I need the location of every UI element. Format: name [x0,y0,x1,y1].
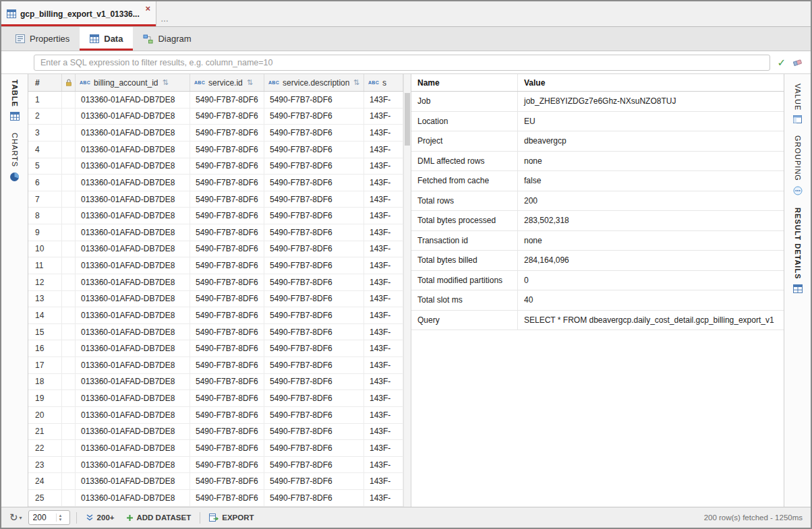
detail-row[interactable]: Jobjob_ZHE8YIZDGz7e6Ghz-NXsuNZO8TUJ [411,92,784,112]
tab-diagram[interactable]: Diagram [133,27,201,51]
grid-cell[interactable]: 5490-F7B7-8DF6 [190,457,264,473]
grid-cell[interactable]: 143F- [364,324,403,340]
grid-cell[interactable]: 5490-F7B7-8DF6 [190,324,264,340]
row-number[interactable]: 12 [28,274,62,290]
grid-cell[interactable]: 013360-01AFAD-DB7DE8 [76,92,190,108]
grid-cell[interactable]: 013360-01AFAD-DB7DE8 [76,224,190,241]
grid-cell[interactable]: 013360-01AFAD-DB7DE8 [76,473,190,489]
close-icon[interactable]: × [145,4,150,13]
grid-cell[interactable]: 5490-F7B7-8DF6 [264,241,364,257]
tab-data[interactable]: Data [80,27,133,51]
column-header-service.id[interactable]: ABCservice.id⇅ [190,74,264,91]
grid-cell[interactable]: 143F- [364,473,403,489]
apply-filter-icon[interactable]: ✓ [777,57,786,69]
row-number[interactable]: 5 [28,158,62,175]
grid-cell[interactable]: 143F- [364,457,403,473]
rail-tab-table[interactable]: TABLE [10,80,20,121]
grid-cell[interactable]: 5490-F7B7-8DF6 [264,473,364,489]
grid-cell[interactable]: 143F- [364,424,403,440]
eraser-icon[interactable] [792,58,803,67]
tab-properties[interactable]: Properties [5,27,80,51]
detail-row[interactable]: LocationEU [411,112,784,132]
row-number[interactable]: 17 [28,357,62,373]
detail-row[interactable]: Total slot ms40 [411,290,784,311]
grid-cell[interactable]: 143F- [364,340,403,356]
grid-cell[interactable]: 5490-F7B7-8DF6 [190,390,264,406]
row-number-header[interactable]: # [28,74,62,91]
grid-cell[interactable]: 5490-F7B7-8DF6 [264,142,364,158]
grid-cell[interactable]: 5490-F7B7-8DF6 [264,490,364,506]
refresh-button[interactable]: ↻ ▾ [9,511,22,524]
grid-cell[interactable]: 5490-F7B7-8DF6 [264,457,364,473]
grid-cell[interactable]: 013360-01AFAD-DB7DE8 [76,125,190,141]
row-number[interactable]: 3 [28,125,62,141]
grid-cell[interactable]: 5490-F7B7-8DF6 [264,324,364,340]
grid-cell[interactable]: 013360-01AFAD-DB7DE8 [76,424,190,440]
grid-cell[interactable]: 5490-F7B7-8DF6 [190,291,264,307]
grid-cell[interactable]: 013360-01AFAD-DB7DE8 [76,324,190,340]
grid-cell[interactable]: 5490-F7B7-8DF6 [190,158,264,175]
detail-row[interactable]: Fetched from cachefalse [411,171,784,191]
grid-cell[interactable]: 5490-F7B7-8DF6 [190,92,264,108]
grid-cell[interactable]: 143F- [364,108,403,125]
grid-cell[interactable]: 5490-F7B7-8DF6 [264,108,364,125]
grid-cell[interactable]: 5490-F7B7-8DF6 [264,440,364,456]
grid-cell[interactable]: 013360-01AFAD-DB7DE8 [76,307,190,323]
grid-cell[interactable]: 5490-F7B7-8DF6 [264,274,364,290]
column-header-service.description[interactable]: ABCservice.description⇅ [264,74,364,91]
grid-cell[interactable]: 143F- [364,158,403,175]
grid-cell[interactable]: 5490-F7B7-8DF6 [190,208,264,224]
grid-cell[interactable]: 5490-F7B7-8DF6 [190,473,264,489]
grid-cell[interactable]: 013360-01AFAD-DB7DE8 [76,340,190,356]
sql-filter-input[interactable] [34,55,770,71]
grid-cell[interactable]: 5490-F7B7-8DF6 [190,274,264,290]
rail-tab-charts[interactable]: CHARTS [9,133,20,182]
grid-cell[interactable]: 013360-01AFAD-DB7DE8 [76,191,190,208]
detail-row[interactable]: DML affected rowsnone [411,152,784,172]
grid-cell[interactable]: 143F- [364,374,403,390]
grid-cell[interactable]: 013360-01AFAD-DB7DE8 [76,274,190,290]
grid-cell[interactable]: 143F- [364,274,403,290]
grid-cell[interactable]: 5490-F7B7-8DF6 [190,340,264,356]
grid-cell[interactable]: 5490-F7B7-8DF6 [264,191,364,208]
column-header-billing_account_id[interactable]: ABCbilling_account_id⇅ [76,74,190,91]
row-number[interactable]: 18 [28,374,62,390]
grid-cell[interactable]: 5490-F7B7-8DF6 [190,224,264,241]
export-button[interactable]: EXPORT [206,511,256,524]
grid-cell[interactable]: 143F- [364,357,403,373]
grid-cell[interactable]: 143F- [364,191,403,208]
row-number[interactable]: 22 [28,440,62,456]
grid-cell[interactable]: 143F- [364,407,403,423]
rail-tab-value[interactable]: VALUE [793,84,802,123]
row-number[interactable]: 13 [28,291,62,307]
rail-tab-result-details[interactable]: RESULT DETAILS [793,208,803,292]
detail-row[interactable]: Transaction idnone [411,231,784,251]
grid-cell[interactable]: 5490-F7B7-8DF6 [264,175,364,191]
add-dataset-button[interactable]: ADD DATASET [123,511,194,524]
grid-cell[interactable]: 143F- [364,175,403,191]
sort-icon[interactable]: ⇅ [247,78,253,87]
grid-cell[interactable]: 5490-F7B7-8DF6 [190,307,264,323]
grid-cell[interactable]: 5490-F7B7-8DF6 [190,424,264,440]
row-number[interactable]: 14 [28,307,62,323]
grid-cell[interactable]: 013360-01AFAD-DB7DE8 [76,457,190,473]
row-number[interactable]: 23 [28,457,62,473]
grid-cell[interactable]: 5490-F7B7-8DF6 [190,142,264,158]
row-number[interactable]: 16 [28,340,62,356]
detail-row[interactable]: QuerySELECT * FROM dbeavergcp.daily_cost… [411,311,784,331]
grid-cell[interactable]: 013360-01AFAD-DB7DE8 [76,291,190,307]
grid-cell[interactable]: 5490-F7B7-8DF6 [264,374,364,390]
grid-cell[interactable]: 5490-F7B7-8DF6 [190,407,264,423]
grid-cell[interactable]: 5490-F7B7-8DF6 [190,125,264,141]
grid-cell[interactable]: 5490-F7B7-8DF6 [264,424,364,440]
row-number[interactable]: 19 [28,390,62,406]
grid-cell[interactable]: 143F- [364,142,403,158]
grid-cell[interactable]: 5490-F7B7-8DF6 [264,92,364,108]
fetch-size-stepper[interactable]: ▲ ▼ [28,510,70,525]
row-number[interactable]: 4 [28,142,62,158]
grid-cell[interactable]: 5490-F7B7-8DF6 [190,257,264,274]
grid-cell[interactable]: 143F- [364,224,403,241]
grid-cell[interactable]: 013360-01AFAD-DB7DE8 [76,158,190,175]
grid-cell[interactable]: 013360-01AFAD-DB7DE8 [76,440,190,456]
grid-cell[interactable]: 5490-F7B7-8DF6 [190,175,264,191]
